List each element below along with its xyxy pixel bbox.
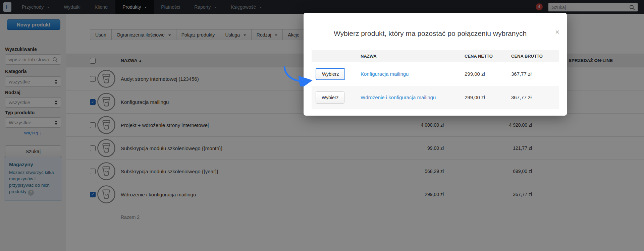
modal-brutto-price: 367,77 zł bbox=[511, 62, 532, 86]
modal-table-header: NAZWA CENA NETTO CENA BRUTTO bbox=[312, 50, 559, 62]
close-icon[interactable]: × bbox=[555, 29, 559, 36]
modal-column-cena-netto: CENA NETTO bbox=[465, 50, 493, 62]
modal-title: Wybierz produkt, który ma pozostać po po… bbox=[317, 29, 543, 38]
modal-product-link[interactable]: Wdrożenie i konfiguracja mailingu bbox=[361, 86, 436, 109]
modal-netto-price: 299,00 zł bbox=[465, 62, 485, 86]
wybierz-button[interactable]: Wybierz bbox=[316, 91, 344, 104]
app-screen: F Przychody Wydatki Klienci Produkty Pła… bbox=[0, 0, 644, 251]
modal-netto-price: 299,00 zł bbox=[465, 86, 485, 109]
wybierz-button[interactable]: Wybierz bbox=[316, 68, 345, 80]
modal-brutto-price: 367,77 zł bbox=[511, 86, 532, 109]
modal-product-link[interactable]: Konfiguracja mailingu bbox=[361, 62, 409, 86]
modal-table-row: Wybierz Wdrożenie i konfiguracja mailing… bbox=[312, 86, 559, 109]
modal-column-cena-brutto: CENA BRUTTO bbox=[511, 50, 543, 62]
merge-product-modal: Wybierz produkt, który ma pozostać po po… bbox=[304, 13, 567, 116]
modal-table-row: Wybierz Konfiguracja mailingu 299,00 zł … bbox=[312, 62, 559, 86]
modal-column-nazwa: NAZWA bbox=[361, 50, 377, 62]
modal-table: Wybierz Konfiguracja mailingu 299,00 zł … bbox=[312, 62, 559, 109]
